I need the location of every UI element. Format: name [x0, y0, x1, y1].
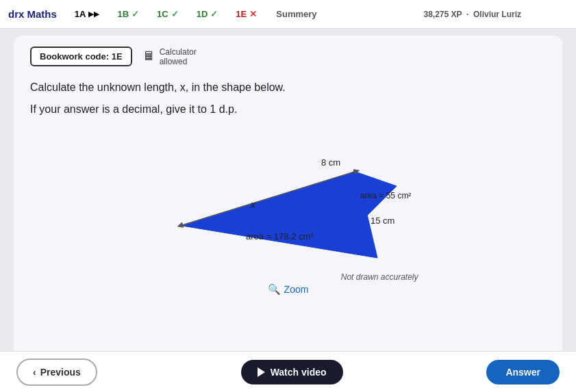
shape-svg: 8 cm area = 55 cm² 15 cm x area = 178.2 … [145, 125, 432, 275]
svg-text:area = 55 cm²: area = 55 cm² [360, 191, 411, 200]
svg-text:x: x [250, 199, 256, 210]
diagram-area: 8 cm area = 55 cm² 15 cm x area = 178.2 … [30, 125, 546, 296]
svg-marker-0 [182, 171, 377, 258]
main-content: Bookwork code: 1E 🖩 Calculator allowed C… [14, 36, 562, 371]
brand-logo: drx Maths [8, 8, 57, 20]
tab-1C[interactable]: 1C ✓ [150, 6, 186, 22]
bookwork-badge: Bookwork code: 1E [30, 47, 132, 66]
calculator-info: 🖩 Calculator allowed [143, 47, 197, 66]
bottom-bar: ‹ Previous Watch video Answer [0, 351, 576, 392]
play-icon [258, 367, 265, 377]
bookwork-row: Bookwork code: 1E 🖩 Calculator allowed [30, 47, 546, 66]
tab-1A[interactable]: 1A ▶▶ [68, 6, 107, 22]
watch-video-button[interactable]: Watch video [241, 360, 343, 384]
question-line2: If your answer is a decimal, give it to … [30, 101, 546, 118]
shape-container: 8 cm area = 55 cm² 15 cm x area = 178.2 … [145, 125, 432, 275]
prev-arrow-icon: ‹ [33, 367, 36, 378]
calculator-icon: 🖩 [143, 49, 155, 64]
calculator-text: Calculator allowed [160, 47, 197, 66]
zoom-icon: 🔍 [268, 283, 281, 296]
not-drawn-label: Not drawn accurately [341, 272, 418, 282]
tab-1D[interactable]: 1D ✓ [190, 6, 225, 22]
previous-button[interactable]: ‹ Previous [16, 358, 97, 386]
answer-button[interactable]: Answer [486, 360, 560, 384]
xp-display: 38,275 XP · Oliviur Luriz [423, 10, 521, 19]
tab-1E[interactable]: 1E ✕ [229, 6, 264, 22]
question-line1: Calculate the unknown length, x, in the … [30, 79, 546, 96]
top-bar: drx Maths 1A ▶▶ 1B ✓ 1C ✓ 1D ✓ 1E ✕ Summ… [0, 0, 576, 29]
svg-text:15 cm: 15 cm [371, 215, 395, 226]
zoom-button[interactable]: 🔍 Zoom [268, 283, 309, 296]
svg-text:8 cm: 8 cm [321, 157, 340, 168]
svg-text:area = 178.2 cm²: area = 178.2 cm² [246, 231, 314, 241]
tab-summary[interactable]: Summery [268, 6, 325, 22]
tab-1B[interactable]: 1B ✓ [110, 6, 146, 22]
